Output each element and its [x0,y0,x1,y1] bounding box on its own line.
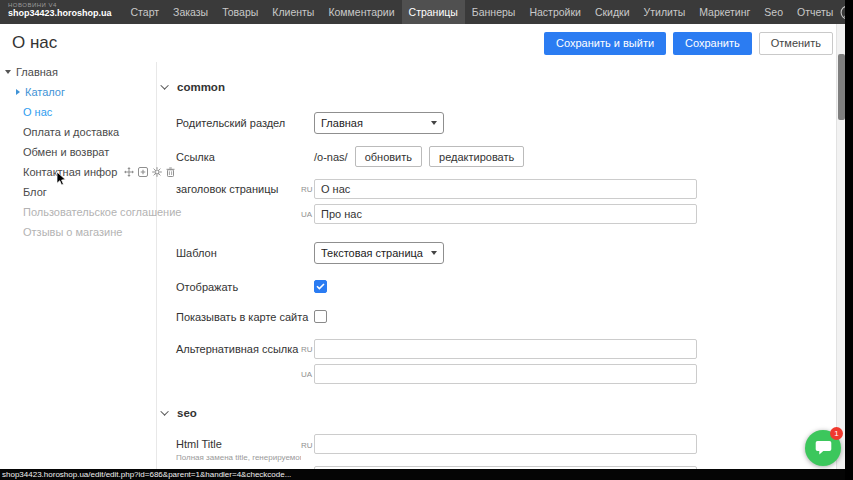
alt-link-ru-input[interactable] [314,339,697,359]
menu-bannery[interactable]: Баннеры [465,0,523,24]
sidebar-item-katalog[interactable]: Каталог [0,82,156,102]
link-label: Ссылка [176,151,314,163]
page-title-ua-input[interactable] [314,204,697,224]
html-title-label-block: Html Title Полная замена title, генериру… [176,438,301,462]
cancel-button[interactable]: Отменить [759,32,833,55]
lang-tag-ua: UA [301,370,314,379]
header-buttons: Сохранить и выйти Сохранить Отменить [544,32,833,55]
page-header: О нас Сохранить и выйти Сохранить Отмени… [0,24,833,62]
sidebar-item-label: О нас [23,106,52,118]
menu-zakazy[interactable]: Заказы [166,0,215,24]
screen-right-edge [845,0,853,480]
html-title-hint: Полная замена title, генерируемого [176,453,301,462]
section-seo[interactable]: seo [163,406,833,420]
sidebar-item-label: Отзывы о магазине [23,226,122,238]
menu-kommentarii[interactable]: Комментарии [321,0,401,24]
sidebar-item-label: Пользовательское соглашение [23,206,181,218]
chat-notification-badge: 1 [830,427,843,440]
menu-start[interactable]: Старт [124,0,167,24]
page-title-label: заголовок страницы [176,183,301,195]
html-title-label: Html Title [176,438,301,450]
sidebar-item-label: Контактная инфор [23,166,117,178]
display-checkbox[interactable] [314,280,327,293]
template-label: Шаблон [176,247,314,259]
sidebar-item-otzyvy-o-magazine[interactable]: Отзывы о магазине [0,222,156,242]
sidebar-item-label: Каталог [25,86,65,98]
menu-stranitsy[interactable]: Страницы [402,0,465,24]
menu-utility[interactable]: Утилиты [637,0,693,24]
alt-link-ua-input[interactable] [314,364,697,384]
menu-tovary[interactable]: Товары [215,0,265,24]
menu-marketing[interactable]: Маркетинг [692,0,757,24]
display-label: Отображать [176,281,314,293]
parent-section-row: Родительский раздел Главная [176,112,833,134]
parent-section-select[interactable]: Главная [314,112,444,134]
alt-link-ua-row: UA [176,364,833,384]
section-common[interactable]: common [163,80,833,94]
section-common-label: common [177,81,225,93]
logo[interactable]: НОВОВИНИ V4 shop34423.horoshop.ua [0,0,124,24]
parent-section-label: Родительский раздел [176,117,314,129]
page-title-ru-input[interactable] [314,179,697,199]
chat-bubble-icon [815,440,832,456]
caret-down-icon[interactable] [5,70,11,74]
chat-widget-button[interactable]: 1 [805,430,841,466]
move-icon[interactable] [124,167,134,177]
sitemap-checkbox[interactable] [314,310,327,323]
sidebar-item-glavnaya[interactable]: Главная [0,62,156,82]
check-icon [316,283,325,290]
edit-form: common Родительский раздел Главная Ссылк… [158,62,833,469]
section-seo-label: seo [177,407,197,419]
menu-klienty[interactable]: Клиенты [265,0,321,24]
pages-tree-sidebar: Главная Каталог О нас Оплата и доставка … [0,62,157,469]
link-edit-button[interactable]: редактировать [429,146,524,167]
logo-domain: shop34423.horoshop.ua [8,9,112,19]
menu-seo[interactable]: Seo [757,0,790,24]
status-url: shop34423.horoshop.ua/edit/edit.php?id=6… [0,470,291,479]
tree-item-actions [124,167,175,177]
page-title-ru-row: заголовок страницы RU [176,179,833,199]
menu-otchety[interactable]: Отчеты [790,0,840,24]
lang-tag-ua: UA [301,210,314,219]
lang-tag-ru: RU [301,185,314,194]
sidebar-item-label: Оплата и доставка [23,126,119,138]
menu-nastroyki[interactable]: Настройки [522,0,588,24]
sidebar-item-obmen-i-vozvrat[interactable]: Обмен и возврат [0,142,156,162]
caret-right-icon[interactable] [16,89,20,95]
link-row: Ссылка /o-nas/ обновить редактировать [176,146,833,167]
sidebar-item-blog[interactable]: Блог [0,182,156,202]
html-title-ru-input[interactable] [314,434,697,454]
topbar-nav: Старт Заказы Товары Клиенты Комментарии … [124,0,841,24]
alt-link-ru-row: Альтернативная ссылка RU [176,339,833,359]
parent-section-select-wrap: Главная [314,112,444,134]
save-and-exit-button[interactable]: Сохранить и выйти [544,32,666,55]
trash-icon[interactable] [166,167,175,177]
sidebar-item-polzovatelskoe-soglashenie[interactable]: Пользовательское соглашение [0,202,156,222]
add-icon[interactable] [138,167,148,177]
link-path-value: /o-nas/ [314,151,348,163]
chevron-down-icon [160,81,168,89]
save-button[interactable]: Сохранить [673,32,752,55]
page-title: О нас [0,33,57,53]
menu-skidki[interactable]: Скидки [588,0,637,24]
topbar: НОВОВИНИ V4 shop34423.horoshop.ua Старт … [0,0,845,24]
template-select[interactable]: Текстовая страница [314,242,444,264]
link-refresh-button[interactable]: обновить [355,146,422,167]
gear-icon[interactable] [152,167,162,177]
scrollbar-thumb[interactable] [838,54,845,120]
lang-tag-ru: RU [301,441,314,450]
html-title-ru-row: Html Title Полная замена title, генериру… [176,434,833,462]
alt-link-label: Альтернативная ссылка [176,343,301,355]
bottom-status-bar: shop34423.horoshop.ua/edit/edit.php?id=6… [0,469,853,480]
sidebar-item-oplata-i-dostavka[interactable]: Оплата и доставка [0,122,156,142]
page-title-ua-row: UA [176,204,833,224]
vertical-scrollbar[interactable] [836,24,845,469]
display-row: Отображать [176,280,833,293]
template-row: Шаблон Текстовая страница [176,242,833,264]
sitemap-row: Показывать в карте сайта [176,310,833,323]
sidebar-item-label: Обмен и возврат [23,146,109,158]
chevron-down-icon [160,407,168,415]
sidebar-item-o-nas[interactable]: О нас [0,102,156,122]
sidebar-item-kontaktnaya-informatsiya[interactable]: Контактная инфор [0,162,156,182]
sitemap-label: Показывать в карте сайта [176,311,314,323]
